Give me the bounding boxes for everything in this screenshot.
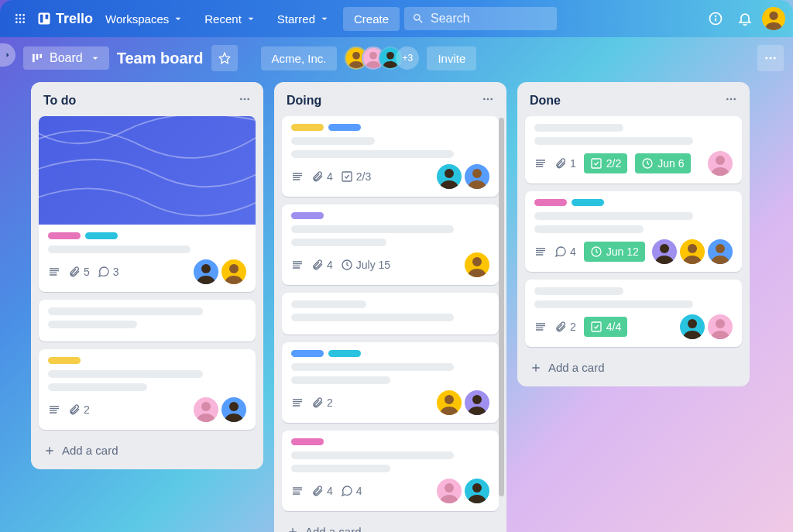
board-view-switcher[interactable]: Board (23, 46, 109, 70)
list-menu-button[interactable] (482, 93, 494, 108)
board-view-label: Board (50, 51, 83, 65)
invite-button[interactable]: Invite (427, 46, 476, 70)
member-avatar[interactable] (708, 239, 733, 264)
label-pill[interactable] (534, 199, 567, 206)
member-avatar[interactable] (652, 239, 677, 264)
nav-starred[interactable]: Starred (269, 8, 338, 30)
svg-point-20 (370, 52, 378, 60)
card[interactable]: 1 2/2 Jun 6 (525, 116, 742, 184)
member-avatar[interactable] (465, 479, 489, 503)
card[interactable]: 2 4/4 (525, 280, 742, 347)
label-pill[interactable] (291, 350, 324, 357)
list-title[interactable]: To do (43, 94, 76, 108)
list-menu-button[interactable] (239, 93, 251, 108)
member-avatar[interactable] (194, 259, 218, 284)
label-pill[interactable] (291, 212, 324, 219)
card-members (708, 151, 733, 176)
card[interactable]: 4 2/3 (282, 116, 499, 197)
list-menu-button[interactable] (725, 93, 737, 108)
label-pill[interactable] (291, 124, 324, 131)
svg-point-4 (19, 18, 22, 20)
notifications-icon[interactable] (733, 6, 757, 31)
apps-switcher-icon[interactable] (8, 6, 33, 31)
board-menu-button[interactable] (757, 45, 784, 71)
member-avatar[interactable] (465, 252, 489, 277)
member-avatar[interactable] (194, 397, 218, 422)
card[interactable] (282, 293, 499, 335)
member-avatar[interactable] (437, 479, 462, 503)
attachments-badge: 4 (311, 259, 333, 271)
svg-point-40 (445, 395, 454, 404)
member-avatar[interactable] (680, 314, 705, 339)
board-title[interactable]: Team board (117, 50, 204, 67)
info-icon[interactable] (703, 6, 728, 31)
card-labels[interactable] (291, 124, 489, 131)
member-avatar[interactable] (437, 390, 462, 415)
nav-workspaces[interactable]: Workspaces (98, 8, 192, 30)
list-title[interactable]: Done (530, 94, 561, 108)
label-pill[interactable] (328, 124, 361, 131)
member-avatar[interactable] (680, 239, 705, 264)
card-labels[interactable] (48, 357, 246, 364)
description-icon (291, 485, 304, 497)
svg-point-8 (22, 21, 25, 23)
add-card-button[interactable]: Add a card (282, 519, 499, 532)
card-labels[interactable] (534, 199, 733, 206)
member-overflow-count[interactable]: +3 (396, 46, 419, 70)
card[interactable]: 4 Jun 12 (525, 191, 742, 272)
svg-point-3 (15, 18, 18, 20)
card-title-placeholder (534, 225, 644, 233)
nav-starred-label: Starred (277, 12, 315, 26)
card-labels[interactable] (48, 232, 246, 239)
add-card-button[interactable]: Add a card (39, 438, 256, 458)
star-board-button[interactable] (211, 45, 238, 71)
card[interactable] (39, 300, 256, 342)
svg-point-23 (770, 57, 772, 60)
workspace-chip[interactable]: Acme, Inc. (261, 46, 338, 70)
label-pill[interactable] (572, 199, 604, 206)
member-avatar[interactable] (465, 390, 489, 415)
search-input[interactable]: Search (404, 7, 557, 30)
card-title-placeholder (291, 314, 454, 321)
member-avatar[interactable] (465, 164, 489, 189)
card-labels[interactable] (291, 438, 489, 445)
label-pill[interactable] (85, 232, 118, 239)
nav-recent[interactable]: Recent (197, 8, 265, 30)
member-avatar[interactable] (437, 164, 462, 189)
brand-logo[interactable]: Trello (37, 11, 93, 27)
add-card-button[interactable]: Add a card (525, 355, 742, 376)
comments-badge: 4 (341, 485, 362, 497)
svg-point-0 (15, 14, 18, 16)
card-members (437, 164, 489, 189)
comments-badge: 4 (554, 245, 576, 258)
member-avatar[interactable] (708, 151, 733, 176)
attachments-badge: 2 (68, 403, 90, 416)
card-title-placeholder (291, 225, 454, 233)
member-avatar[interactable] (221, 397, 246, 422)
card-badges: 4 Jun 12 (534, 242, 645, 262)
due-complete-badge: Jun 12 (584, 242, 645, 262)
card-title-placeholder (48, 370, 203, 378)
board-members[interactable]: +3 (345, 46, 419, 70)
checklist-complete-badge: 2/2 (584, 153, 627, 173)
account-avatar[interactable] (762, 7, 785, 30)
label-pill[interactable] (328, 350, 361, 357)
card[interactable]: 2 (39, 349, 256, 430)
card-members (437, 390, 489, 415)
svg-rect-54 (592, 322, 601, 331)
label-pill[interactable] (48, 357, 81, 364)
label-pill[interactable] (48, 232, 81, 239)
card[interactable]: 2 (282, 342, 499, 423)
label-pill[interactable] (291, 438, 324, 445)
create-button[interactable]: Create (343, 7, 400, 31)
member-avatar[interactable] (708, 314, 733, 339)
card-labels[interactable] (291, 212, 489, 219)
card-labels[interactable] (291, 350, 489, 357)
svg-point-49 (716, 156, 725, 165)
card[interactable]: 5 3 (39, 116, 256, 292)
card[interactable]: 4 4 (282, 431, 499, 511)
list-title[interactable]: Doing (287, 94, 321, 108)
card[interactable]: 4 July 15 (282, 204, 499, 285)
member-avatar[interactable] (221, 259, 246, 284)
add-card-label: Add a card (548, 361, 605, 374)
